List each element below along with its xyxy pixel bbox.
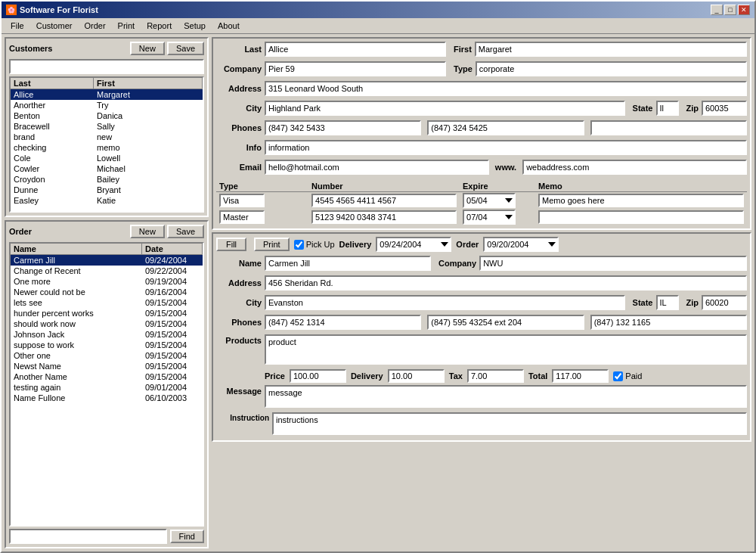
table-row[interactable]: Change of Recent 09/22/2004 (11, 266, 203, 276)
order-date-dropdown[interactable]: 09/20/2004 (483, 237, 559, 252)
message-textarea[interactable]: message (265, 385, 747, 408)
list-item[interactable]: Benton Danica (11, 110, 203, 121)
print-btn[interactable]: Print (254, 238, 290, 251)
cc2-memo-input[interactable] (538, 210, 744, 224)
type-input[interactable] (476, 61, 747, 76)
order-city-input[interactable] (265, 295, 625, 310)
cc1-expire-dropdown[interactable]: 05/04 (463, 193, 516, 208)
pickup-checkbox[interactable] (294, 240, 304, 250)
find-btn[interactable]: Find (170, 530, 204, 543)
menu-file[interactable]: File (5, 20, 30, 32)
cc2-number-input[interactable] (311, 210, 457, 224)
find-input[interactable] (9, 529, 167, 544)
table-row[interactable]: testing again 09/01/2004 (11, 382, 203, 393)
customers-col-last: Last (11, 78, 94, 89)
orders-new-btn[interactable]: New (130, 225, 165, 238)
tax-input[interactable] (467, 369, 524, 383)
order-name-input[interactable] (265, 256, 431, 271)
menu-bar: File Customer Order Print Report Setup A… (2, 18, 754, 34)
city-input[interactable] (265, 101, 625, 116)
address-label: Address (216, 84, 262, 93)
state-input[interactable] (656, 101, 679, 116)
list-item[interactable]: Dunne Bryant (11, 185, 203, 195)
list-item[interactable]: Easley Katie (11, 195, 203, 206)
customers-list[interactable]: Last First Allice Margaret Anorther Try … (9, 76, 204, 213)
cc1-type-input[interactable] (219, 194, 265, 207)
order-date-label: Order (456, 240, 479, 249)
cc2-type-input[interactable] (219, 210, 265, 224)
table-row[interactable]: hunder percent works 09/15/2004 (11, 308, 203, 318)
phone3-input[interactable] (590, 120, 747, 135)
order-zip-input[interactable] (702, 295, 747, 310)
web-input[interactable] (522, 160, 747, 175)
phone1-input[interactable] (265, 120, 421, 135)
address-input[interactable] (265, 81, 747, 96)
phone2-input[interactable] (427, 120, 584, 135)
table-row[interactable]: Johnson Jack 09/15/2004 (11, 329, 203, 340)
list-item[interactable]: checking memo (11, 142, 203, 153)
customers-save-btn[interactable]: Save (167, 42, 204, 55)
order-toolbar: Fill Print Pick Up Delivery 09/24/2004 O… (216, 237, 747, 252)
delivery-date-dropdown[interactable]: 09/24/2004 (376, 237, 451, 252)
company-input[interactable] (265, 61, 446, 76)
order-company-label: Company (438, 259, 476, 268)
list-item[interactable]: Allice Margaret (11, 89, 203, 100)
menu-order[interactable]: Order (78, 20, 111, 32)
list-item[interactable]: Cole Lowell (11, 153, 203, 163)
delivery-fee-input[interactable] (388, 369, 445, 383)
zip-input[interactable] (702, 101, 747, 116)
list-item[interactable]: Croydon Bailey (11, 174, 203, 185)
cc2-expire-dropdown[interactable]: 07/04 (463, 210, 516, 225)
table-row[interactable]: should work now 09/15/2004 (11, 318, 203, 329)
order-phone3-input[interactable] (590, 315, 747, 330)
menu-report[interactable]: Report (141, 20, 178, 32)
cc1-number-input[interactable] (311, 194, 457, 207)
table-row[interactable]: Other one 09/15/2004 (11, 350, 203, 361)
info-input[interactable] (265, 140, 747, 155)
orders-list[interactable]: Name Date Carmen Jill 09/24/2004 Change … (9, 242, 204, 527)
fill-btn[interactable]: Fill (216, 238, 246, 251)
order-state-input[interactable] (656, 295, 679, 310)
order-phone2-input[interactable] (427, 315, 584, 330)
table-row[interactable]: suppose to work 09/15/2004 (11, 340, 203, 350)
list-item[interactable]: Anorther Try (11, 100, 203, 110)
message-label: Message (216, 387, 262, 396)
total-input[interactable] (552, 369, 609, 383)
paid-checkbox[interactable] (613, 371, 623, 381)
company-type-row: Company Type (216, 61, 747, 76)
left-panel: Customers New Save Last First Allice Mar… (5, 37, 209, 548)
email-input[interactable] (265, 160, 489, 175)
menu-print[interactable]: Print (112, 20, 141, 32)
maximize-btn[interactable]: □ (724, 5, 736, 15)
menu-customer[interactable]: Customer (30, 20, 79, 32)
table-row[interactable]: One more 09/19/2004 (11, 276, 203, 287)
list-item[interactable]: Bracewell Sally (11, 121, 203, 132)
table-row[interactable]: Name Fullone 06/10/2003 (11, 393, 203, 403)
table-row[interactable]: lets see 09/15/2004 (11, 297, 203, 308)
order-company-input[interactable] (479, 256, 747, 271)
instruction-textarea[interactable]: instructions (272, 412, 747, 435)
menu-about[interactable]: About (212, 20, 246, 32)
price-row: Price Delivery Tax Total Paid (265, 369, 747, 383)
table-row[interactable]: Newer could not be 09/16/2004 (11, 287, 203, 297)
table-row[interactable]: Newst Name 09/15/2004 (11, 361, 203, 371)
cc1-memo-input[interactable] (538, 194, 744, 207)
menu-setup[interactable]: Setup (178, 20, 212, 32)
last-input[interactable] (265, 42, 446, 57)
customers-list-header: Last First (11, 78, 203, 89)
list-item[interactable]: Cowler Michael (11, 163, 203, 174)
table-row[interactable]: Carmen Jill 09/24/2004 (11, 255, 203, 266)
price-input[interactable] (290, 369, 346, 383)
close-btn[interactable]: ✕ (738, 5, 750, 15)
first-input[interactable] (475, 42, 747, 57)
orders-save-btn[interactable]: Save (167, 225, 204, 238)
order-phone1-input[interactable] (265, 315, 421, 330)
customers-search-input[interactable] (9, 59, 204, 74)
order-address-input[interactable] (265, 275, 747, 290)
products-textarea[interactable]: product (265, 334, 747, 365)
table-row[interactable]: Another Name 09/15/2004 (11, 371, 203, 382)
cc-expire-header: Expire (460, 181, 535, 192)
minimize-btn[interactable]: _ (711, 5, 723, 15)
list-item[interactable]: brand new (11, 132, 203, 142)
customers-new-btn[interactable]: New (130, 42, 165, 55)
